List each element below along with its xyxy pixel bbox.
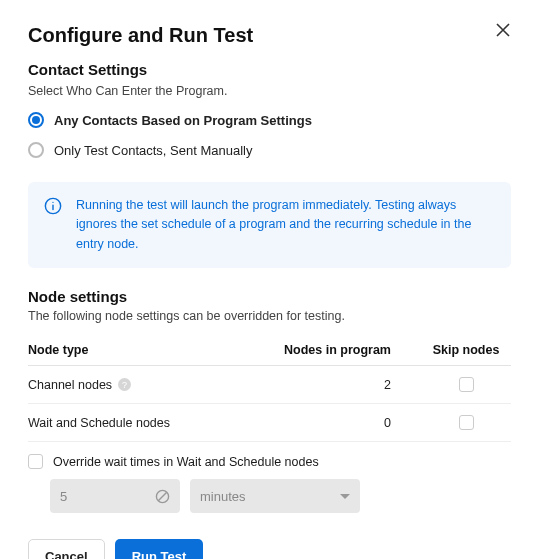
col-header-count: Nodes in program [271, 343, 421, 357]
skip-checkbox-wait[interactable] [459, 415, 474, 430]
cell-skip [421, 377, 511, 392]
contact-radio-group: Any Contacts Based on Program Settings O… [28, 108, 511, 168]
disabled-icon [155, 489, 170, 504]
dialog-footer: Cancel Run Test [28, 525, 511, 559]
radio-any-contacts[interactable]: Any Contacts Based on Program Settings [28, 108, 511, 138]
table-row: Wait and Schedule nodes 0 [28, 404, 511, 442]
col-header-type: Node type [28, 343, 271, 357]
contact-settings-heading: Contact Settings [28, 61, 511, 78]
wait-unit: minutes [200, 489, 246, 504]
override-wait-row[interactable]: Override wait times in Wait and Schedule… [28, 442, 511, 479]
cell-count: 2 [271, 378, 421, 392]
node-table: Node type Nodes in program Skip nodes Ch… [28, 335, 511, 442]
override-wait-inputs: 5 minutes [28, 479, 511, 521]
contact-instruction: Select Who Can Enter the Program. [28, 84, 511, 98]
info-text: Running the test will launch the program… [76, 196, 495, 254]
cell-type: Channel nodes ? [28, 378, 271, 392]
cell-type-label: Channel nodes [28, 378, 112, 392]
radio-icon [28, 112, 44, 128]
close-button[interactable] [493, 20, 513, 40]
override-label: Override wait times in Wait and Schedule… [53, 455, 319, 469]
dialog-title: Configure and Run Test [28, 24, 511, 47]
wait-value-input[interactable]: 5 [50, 479, 180, 513]
override-checkbox[interactable] [28, 454, 43, 469]
run-test-button[interactable]: Run Test [115, 539, 204, 559]
radio-label: Only Test Contacts, Sent Manually [54, 143, 252, 158]
col-header-skip: Skip nodes [421, 343, 511, 357]
node-settings-heading: Node settings [28, 288, 511, 305]
table-row: Channel nodes ? 2 [28, 366, 511, 404]
radio-label: Any Contacts Based on Program Settings [54, 113, 312, 128]
cell-skip [421, 415, 511, 430]
cell-type-label: Wait and Schedule nodes [28, 416, 170, 430]
node-settings-instruction: The following node settings can be overr… [28, 309, 511, 323]
help-icon[interactable]: ? [118, 378, 131, 391]
table-header: Node type Nodes in program Skip nodes [28, 335, 511, 366]
radio-only-test-contacts[interactable]: Only Test Contacts, Sent Manually [28, 138, 511, 168]
wait-unit-select[interactable]: minutes [190, 479, 360, 513]
close-icon [496, 23, 510, 37]
info-icon [44, 197, 62, 215]
radio-icon [28, 142, 44, 158]
configure-run-test-dialog: Configure and Run Test Contact Settings … [0, 0, 539, 559]
info-banner: Running the test will launch the program… [28, 182, 511, 268]
chevron-down-icon [340, 494, 350, 499]
node-settings-section: Node settings The following node setting… [28, 288, 511, 521]
cancel-button[interactable]: Cancel [28, 539, 105, 559]
cell-count: 0 [271, 416, 421, 430]
wait-value: 5 [60, 489, 67, 504]
svg-point-1 [52, 202, 53, 203]
skip-checkbox-channel[interactable] [459, 377, 474, 392]
cell-type: Wait and Schedule nodes [28, 416, 271, 430]
